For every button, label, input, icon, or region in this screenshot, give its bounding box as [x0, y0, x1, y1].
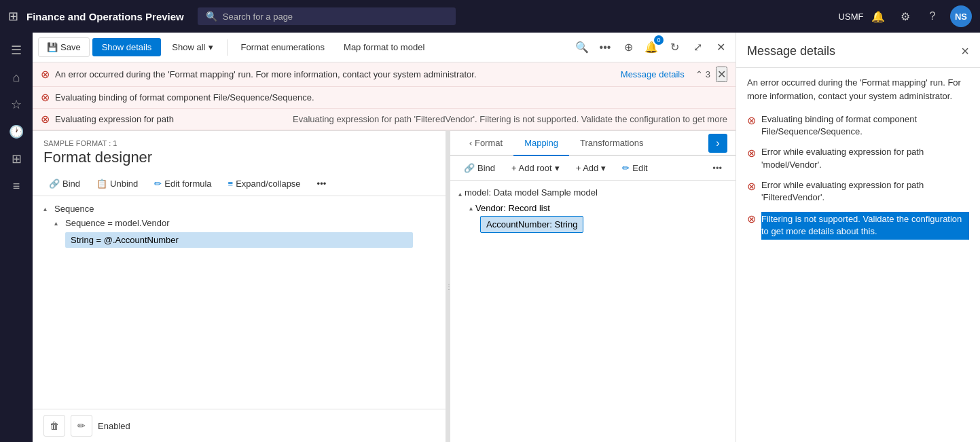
map-format-button[interactable]: Map format to model	[335, 38, 433, 56]
cross-icon[interactable]: ⊕	[619, 38, 638, 57]
error-nav-count: 3	[706, 69, 710, 79]
tab-format[interactable]: ‹ Format	[458, 131, 513, 156]
sidebar-home-icon[interactable]: ⌂	[4, 65, 29, 90]
error-text-2: Evaluating binding of format component F…	[55, 92, 727, 103]
edit-formula-button[interactable]: ✏ Edit formula	[149, 176, 217, 191]
sidebar-list-icon[interactable]: ≡	[4, 174, 29, 198]
add-root-label: + Add root	[511, 163, 552, 173]
msg-error-icon-3: ⊗	[747, 180, 756, 193]
map-model-arrow: ▴	[458, 190, 462, 198]
sidebar-recent-icon[interactable]: 🕐	[4, 119, 29, 144]
designer-title: Format designer	[43, 149, 435, 166]
expand-collapse-button[interactable]: ≡ Expand/collapse	[223, 176, 306, 191]
add-root-chevron: ▾	[555, 163, 560, 173]
show-details-button[interactable]: Show details	[92, 38, 162, 56]
tree-item-sequence-vendor: ▴ Sequence = model.Vendor	[54, 216, 435, 230]
save-button[interactable]: 💾 Save	[38, 37, 90, 57]
msg-error-text-4: Filtering is not supported. Validate the…	[761, 212, 969, 239]
open-icon[interactable]: ⤢	[688, 38, 707, 57]
msg-error-4: ⊗ Filtering is not supported. Validate t…	[747, 212, 969, 239]
msg-error-text-3: Error while evaluating expression for pa…	[761, 179, 969, 204]
app-title: Finance and Operations Preview	[26, 11, 184, 22]
more-mapping-button[interactable]: •••	[707, 160, 727, 176]
designer-toolbar: 🔗 Bind 📋 Unbind ✏ Edit formula ≡ Expand/…	[33, 172, 446, 196]
map-model-label: model: Data model Sample model	[465, 187, 598, 198]
sidebar-grid-icon[interactable]: ⊞	[4, 147, 29, 171]
format-enumerations-button[interactable]: Format enumerations	[233, 38, 333, 56]
org-label: USMF	[841, 7, 860, 26]
tree-item-sequence: ▴ Sequence	[43, 202, 435, 216]
bind-button[interactable]: 🔗 Bind	[43, 176, 86, 191]
enabled-label: Enabled	[98, 421, 130, 431]
more-designer-button[interactable]: •••	[312, 176, 332, 191]
top-navigation: ⊞ Finance and Operations Preview 🔍 Searc…	[0, 0, 980, 33]
mapping-toolbar: 🔗 Bind + Add root ▾ + Add ▾ ✏ Edit	[450, 156, 736, 181]
mapping-tabs: ‹ Format Mapping Transformations ›	[450, 131, 736, 156]
designer-right-panel: ‹ Format Mapping Transformations › 🔗 Bin…	[450, 131, 736, 442]
show-all-button[interactable]: Show all ▾	[164, 38, 221, 56]
format-tree: ▴ Sequence ▴ Sequence = model.Vendor Str…	[33, 196, 446, 255]
tab-transformations-label: Transformations	[580, 138, 643, 148]
edit-mapping-button[interactable]: ✏ Edit	[617, 160, 653, 176]
close-toolbar-icon[interactable]: ✕	[711, 38, 730, 57]
mapping-bind-button[interactable]: 🔗 Bind	[458, 160, 501, 176]
save-icon: 💾	[47, 42, 58, 52]
sidebar-star-icon[interactable]: ☆	[4, 92, 29, 117]
search-bar[interactable]: 🔍 Search for a page	[198, 7, 456, 25]
msg-error-1: ⊗ Evaluating binding of format component…	[747, 113, 969, 138]
help-icon[interactable]: ?	[923, 7, 942, 26]
error-banner-1: ⊗ An error occurred during the 'Format m…	[33, 62, 736, 87]
tab-format-arrow: ‹	[469, 138, 475, 148]
expand-icon: ≡	[228, 179, 234, 189]
mapping-nav-button[interactable]: ›	[708, 134, 727, 153]
edit-formula-label: Edit formula	[164, 179, 211, 189]
error-icon-1: ⊗	[41, 68, 50, 81]
map-account-item[interactable]: AccountNumber: String	[480, 215, 727, 234]
add-chevron: ▾	[601, 163, 606, 173]
bind-label: Bind	[62, 179, 80, 189]
add-root-button[interactable]: + Add root ▾	[506, 160, 565, 176]
message-details-close-button[interactable]: ×	[961, 43, 969, 59]
tab-mapping[interactable]: Mapping	[513, 131, 569, 156]
avatar[interactable]: NS	[950, 5, 972, 27]
badge-container: 🔔 0	[642, 38, 661, 57]
unbind-label: Unbind	[110, 179, 138, 189]
unbind-button[interactable]: 📋 Unbind	[91, 176, 143, 191]
msg-error-text-2: Error while evaluating expression for pa…	[761, 146, 969, 170]
msg-error-2: ⊗ Error while evaluating expression for …	[747, 146, 969, 170]
grid-icon[interactable]: ⊞	[8, 9, 18, 24]
page-content: SAMPLE FORMAT : 1 Format designer 🔗 Bind…	[33, 131, 736, 442]
badge-count: 0	[654, 35, 664, 45]
designer-left-panel: SAMPLE FORMAT : 1 Format designer 🔗 Bind…	[33, 131, 446, 442]
toolbar: 💾 Save Show details Show all ▾ Format en…	[33, 33, 736, 62]
search-toolbar-icon[interactable]: 🔍	[573, 38, 592, 57]
add-button[interactable]: + Add ▾	[570, 160, 612, 176]
main-layout: ☰ ⌂ ☆ 🕐 ⊞ ≡ 💾 Save Show details Show all…	[0, 33, 980, 442]
error-close-1[interactable]: ✕	[716, 67, 727, 82]
sample-label: SAMPLE FORMAT : 1	[43, 139, 435, 147]
more-options-icon[interactable]: •••	[596, 38, 615, 57]
unbind-icon: 📋	[96, 179, 107, 189]
tree-item-string[interactable]: String = @.AccountNumber	[65, 230, 435, 250]
sidebar-hamburger-icon[interactable]: ☰	[4, 38, 29, 62]
edit-button[interactable]: ✏	[71, 415, 92, 437]
error-banner-2: ⊗ Evaluating binding of format component…	[33, 87, 736, 109]
msg-error-icon-4: ⊗	[747, 213, 756, 225]
error-nav-arrows: ⌃	[695, 69, 703, 79]
map-model-item: ▴ model: Data model Sample model	[458, 186, 727, 202]
settings-icon[interactable]: ⚙	[896, 7, 915, 26]
msg-error-3: ⊗ Error while evaluating expression for …	[747, 179, 969, 204]
chevron-down-icon: ▾	[208, 42, 213, 52]
content-area: 💾 Save Show details Show all ▾ Format en…	[33, 33, 736, 442]
mapping-bind-label: Bind	[477, 163, 495, 173]
message-details-link[interactable]: Message details	[621, 69, 685, 79]
message-details-body: An error occurred during the 'Format map…	[736, 68, 980, 442]
tab-transformations[interactable]: Transformations	[569, 131, 654, 156]
error-icon-2: ⊗	[41, 91, 50, 104]
refresh-icon[interactable]: ↻	[665, 38, 684, 57]
designer-header: SAMPLE FORMAT : 1 Format designer	[33, 131, 446, 172]
tree-arrow-1: ▴	[54, 219, 62, 227]
delete-button[interactable]: 🗑	[43, 415, 65, 437]
bell-icon[interactable]: 🔔	[869, 7, 888, 26]
mapping-bind-icon: 🔗	[464, 163, 475, 173]
